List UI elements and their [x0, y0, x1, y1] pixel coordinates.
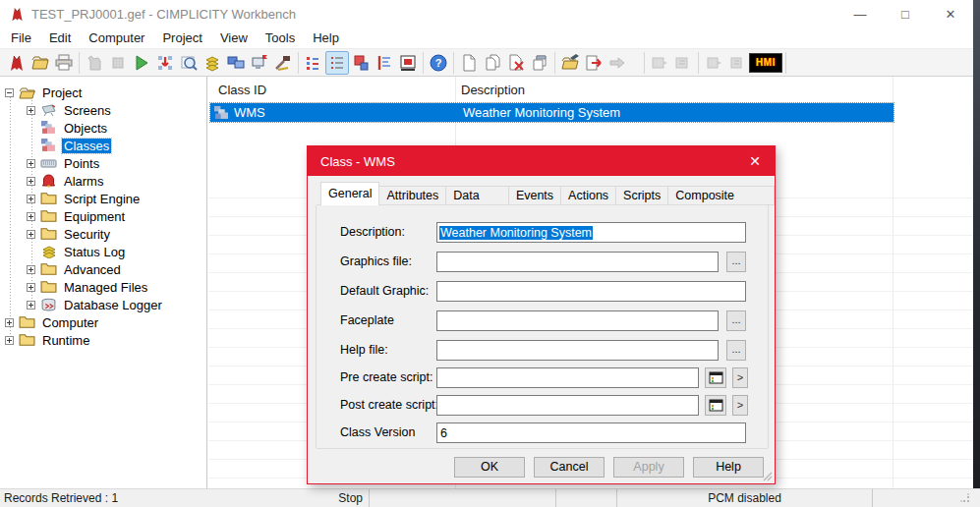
run-button[interactable] [130, 51, 153, 75]
description-field[interactable]: Weather Monitoring System [436, 222, 746, 243]
post-create-script-field[interactable] [436, 395, 699, 416]
minimize-button[interactable]: — [837, 0, 883, 28]
sidebar-item-database-logger[interactable]: Database Logger [0, 296, 164, 313]
faceplate-browse-button[interactable]: ... [726, 310, 746, 331]
hmi-button[interactable]: HMI [749, 53, 782, 73]
expand-icon[interactable] [27, 265, 35, 274]
open-project-button[interactable] [29, 51, 52, 75]
default-graphic-field[interactable] [436, 281, 746, 302]
disabled-tool-button[interactable] [671, 51, 695, 75]
apply-button[interactable]: Apply [613, 457, 684, 478]
list-view-button-selected[interactable] [325, 51, 349, 75]
sidebar-item-computer[interactable]: Computer [0, 313, 100, 331]
tab-general[interactable]: General [320, 182, 379, 205]
list-row-wms[interactable]: WMS Weather Monitoring System [210, 103, 894, 122]
dialog-resize-grip[interactable] [763, 472, 773, 481]
tab-attributes[interactable]: Attributes [379, 186, 446, 205]
sidebar-item-classes[interactable]: Classes [0, 137, 111, 154]
computer-button[interactable] [248, 51, 271, 75]
post-create-script-more-button[interactable]: > [732, 395, 748, 416]
duplicate-item-button[interactable] [528, 51, 551, 75]
disabled-tool-button[interactable] [702, 51, 725, 75]
print-button[interactable] [52, 51, 76, 75]
sidebar-item-project[interactable]: Project [0, 84, 84, 101]
menu-help[interactable]: Help [304, 28, 348, 48]
pre-create-script-edit-button[interactable] [705, 367, 726, 388]
menu-computer[interactable]: Computer [80, 28, 153, 48]
export-item-button[interactable] [582, 51, 605, 75]
column-header-class-id[interactable]: Class ID [218, 83, 266, 97]
expand-icon[interactable] [27, 106, 35, 115]
tree-details-button[interactable] [373, 51, 396, 75]
pre-create-script-field[interactable] [436, 367, 699, 388]
post-create-script-edit-button[interactable] [705, 395, 726, 416]
status-log-button[interactable] [201, 51, 224, 75]
menu-tools[interactable]: Tools [257, 28, 304, 48]
sidebar-item-script-engine[interactable]: Script Engine [0, 190, 142, 207]
cancel-button[interactable]: Cancel [534, 457, 605, 478]
modify-item-button[interactable] [558, 51, 582, 75]
sidebar-item-advanced[interactable]: Advanced [0, 260, 123, 278]
close-button[interactable]: ✕ [928, 0, 973, 28]
help-button-dialog[interactable]: Help [693, 457, 764, 478]
expand-icon[interactable] [27, 283, 35, 292]
expand-icon[interactable] [27, 177, 35, 186]
sidebar-item-equipment[interactable]: Equipment [0, 207, 127, 225]
tab-actions[interactable]: Actions [561, 186, 616, 205]
expand-icon[interactable] [27, 159, 35, 168]
menu-view[interactable]: View [211, 28, 257, 48]
expand-icon[interactable] [27, 212, 35, 221]
expand-icon[interactable] [27, 230, 35, 239]
sidebar-item-alarms[interactable]: Alarms [0, 172, 105, 190]
new-item-button[interactable] [457, 51, 481, 75]
faceplate-field[interactable] [436, 310, 719, 331]
ok-button[interactable]: OK [454, 457, 525, 478]
expand-icon[interactable] [5, 336, 14, 345]
sidebar-item-runtime[interactable]: Runtime [0, 331, 91, 349]
search-button[interactable] [177, 51, 201, 75]
sidebar-item-points[interactable]: Points [0, 154, 101, 172]
expand-icon[interactable] [27, 301, 35, 310]
collapse-icon[interactable] [5, 88, 14, 97]
column-divider[interactable] [893, 77, 894, 488]
screens-button[interactable] [224, 51, 248, 75]
tab-events[interactable]: Events [509, 186, 561, 205]
menu-edit[interactable]: Edit [40, 28, 80, 48]
maximize-button[interactable]: □ [883, 0, 928, 28]
disabled-tool-button[interactable] [725, 51, 749, 75]
delete-item-button[interactable] [504, 51, 528, 75]
sidebar-item-managed-files[interactable]: Managed Files [0, 278, 149, 296]
sidebar-item-objects[interactable]: Objects [0, 119, 109, 137]
options-tools-button[interactable] [271, 51, 295, 75]
graphics-file-browse-button[interactable]: ... [726, 252, 746, 272]
sidebar-item-status-log[interactable]: Status Log [0, 243, 127, 260]
dynamic-config-button[interactable] [153, 51, 177, 75]
sort-button[interactable] [349, 51, 373, 75]
help-button[interactable]: ? [427, 51, 450, 75]
new-project-button[interactable] [5, 51, 29, 75]
pause-button-disabled[interactable] [83, 51, 106, 75]
expand-icon[interactable] [5, 318, 14, 327]
dialog-close-button[interactable]: ✕ [744, 150, 766, 172]
pre-create-script-more-button[interactable]: > [732, 367, 748, 388]
menu-project[interactable]: Project [153, 28, 210, 48]
copy-item-button[interactable] [481, 51, 504, 75]
help-file-browse-button[interactable]: ... [726, 340, 746, 361]
tab-scripts[interactable]: Scripts [616, 186, 668, 205]
window-resize-grip[interactable] [960, 493, 970, 503]
sidebar-item-security[interactable]: Security [0, 225, 112, 243]
expand-icon[interactable] [27, 195, 35, 203]
tab-data-items[interactable]: Data Items [446, 186, 509, 205]
forward-button-disabled[interactable] [605, 51, 629, 75]
sidebar-item-screens[interactable]: Screens [0, 101, 113, 119]
column-header-description[interactable]: Description [461, 83, 525, 97]
graphics-file-field[interactable] [436, 252, 719, 272]
help-file-field[interactable] [436, 340, 719, 361]
stop-button-disabled[interactable] [106, 51, 130, 75]
runtime-monitor-button[interactable] [396, 51, 420, 75]
small-icons-view-button[interactable] [302, 51, 325, 75]
tab-composite-members[interactable]: Composite Members [668, 186, 775, 205]
disabled-tool-button[interactable] [648, 51, 671, 75]
menu-file[interactable]: File [2, 28, 40, 48]
class-version-field[interactable] [436, 422, 746, 443]
